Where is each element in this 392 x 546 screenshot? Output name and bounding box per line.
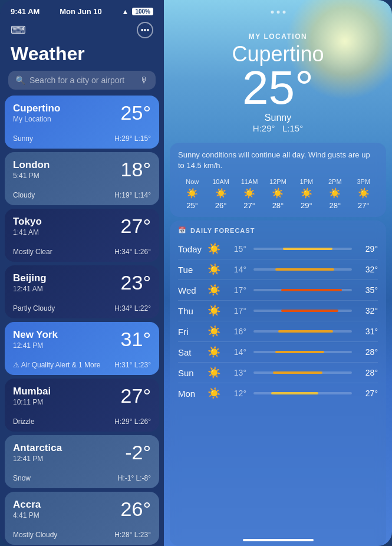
hour-item-12pm: 12PM ☀️ 28° (263, 178, 292, 210)
hour-item-2pm: 2PM ☀️ 28° (321, 178, 349, 210)
city-hl: H:29° L:15° (114, 134, 151, 143)
search-bar[interactable]: 🔍 🎙 (8, 71, 156, 90)
city-card-bottom: Mostly Clear H:34° L:26° (13, 248, 151, 256)
day-bar-wrap (253, 310, 352, 312)
daily-row-tue: Tue ☀️ 14° 32° (178, 259, 378, 280)
left-panel: 9:41 AM Mon Jun 10 ▲ 100% ⌨ ••• Weather … (0, 0, 164, 546)
daily-row-wed: Wed ☀️ 17° 35° (178, 280, 378, 301)
city-condition: ⚠ Air Quality Alert & 1 More (13, 361, 100, 369)
city-name: New York (13, 329, 58, 341)
daily-row-today: Today ☀️ 15° 29° (178, 239, 378, 259)
city-hl: H:34° L:22° (114, 304, 151, 313)
hourly-row: Now ☀️ 25° 10AM ☀️ 26° 11AM ☀️ 27° 12PM … (178, 178, 378, 210)
city-card-beijing[interactable]: Beijing 12:41 AM 23° Partly Cloudy H:34°… (5, 265, 159, 318)
day-icon: ☀️ (207, 242, 220, 255)
city-card-top: Beijing 12:41 AM 23° (13, 272, 151, 293)
hour-label: 3PM (357, 178, 370, 185)
city-condition: Snow (13, 474, 31, 482)
location-label: MY LOCATION (164, 32, 392, 41)
day-name: Sun (178, 368, 203, 378)
hour-temp: 29° (301, 201, 312, 210)
city-condition: Drizzle (13, 417, 35, 426)
city-temp: 23° (121, 272, 151, 292)
wifi-icon: ▲ (122, 8, 129, 16)
hour-label: 10AM (212, 178, 229, 185)
day-high: 31° (359, 327, 378, 336)
day-bar (283, 248, 332, 250)
day-name: Today (178, 244, 203, 254)
day-bar-wrap (253, 392, 352, 394)
city-condition: Mostly Cloudy (13, 531, 57, 539)
day-low: 12° (225, 389, 246, 398)
day-name: Wed (178, 285, 203, 295)
city-name: Accra (13, 499, 41, 511)
day-low: 17° (225, 285, 246, 295)
city-name: Tokyo (13, 216, 42, 228)
daily-row-mon: Mon ☀️ 12° 27° (178, 383, 378, 403)
hour-item-1pm: 1PM ☀️ 29° (292, 178, 321, 210)
city-name: Mumbai (13, 386, 51, 397)
day-bar (281, 310, 338, 312)
city-time: 12:41 AM (13, 285, 47, 293)
city-card-cupertino[interactable]: Cupertino My Location 25° Sunny H:29° L:… (5, 96, 159, 149)
day-high: 35° (359, 285, 378, 295)
city-card-bottom: Sunny H:29° L:15° (13, 134, 151, 143)
day-bar-wrap (253, 268, 352, 271)
search-icon: 🔍 (15, 75, 25, 85)
home-indicator (243, 539, 314, 541)
day-high: 28° (359, 347, 378, 357)
city-card-top: Tokyo 1:41 AM 27° (13, 216, 151, 236)
daily-row-sat: Sat ☀️ 14° 28° (178, 342, 378, 363)
hour-temp: 26° (215, 201, 227, 210)
top-dots (271, 11, 285, 14)
hour-temp: 27° (358, 201, 370, 210)
day-icon: ☀️ (207, 387, 220, 400)
day-high: 32° (359, 265, 378, 274)
main-temperature: 25° (164, 64, 392, 111)
hour-icon: ☀️ (358, 188, 370, 199)
main-high: H:29° (253, 123, 275, 133)
day-low: 14° (225, 347, 246, 357)
right-panel: MY LOCATION Cupertino 25° Sunny H:29° L:… (164, 0, 392, 546)
hour-temp: 25° (186, 201, 198, 210)
hour-item-11am: 11AM ☀️ 27° (235, 178, 263, 210)
app-title: Weather (0, 43, 164, 71)
day-name: Tue (178, 265, 203, 275)
day-bar-wrap (253, 330, 352, 333)
sidebar-toggle-icon[interactable]: ⌨ (11, 24, 26, 37)
day-name: Sat (178, 347, 203, 357)
city-card-top: New York 12:41 PM 31° (13, 329, 151, 350)
day-high: 32° (359, 306, 378, 315)
day-icon: ☀️ (207, 366, 220, 379)
day-name: Fri (178, 327, 203, 337)
day-bar-wrap (253, 248, 352, 250)
city-temp: 18° (121, 159, 151, 179)
search-input[interactable] (29, 75, 136, 85)
city-card-tokyo[interactable]: Tokyo 1:41 AM 27° Mostly Clear H:34° L:2… (5, 209, 159, 262)
city-temp: -2° (125, 442, 151, 462)
city-time: 12:41 PM (13, 455, 62, 463)
day-bar (275, 351, 325, 353)
hour-item-10am: 10AM ☀️ 26° (206, 178, 235, 210)
hour-temp: 27° (243, 201, 255, 210)
city-card-newyork[interactable]: New York 12:41 PM 31° ⚠ Air Quality Aler… (5, 322, 159, 375)
city-card-top: Antarctica 12:41 PM -2° (13, 442, 151, 463)
hour-label: 12PM (269, 178, 286, 185)
city-card-antarctica[interactable]: Antarctica 12:41 PM -2° Snow H:-1° L:-8° (5, 435, 159, 488)
city-card-top: London 5:41 PM 18° (13, 159, 151, 180)
city-card-london[interactable]: London 5:41 PM 18° Cloudy H:19° L:14° (5, 152, 159, 205)
city-hl: H:31° L:23° (114, 361, 151, 369)
mic-icon[interactable]: 🎙 (140, 75, 149, 85)
city-time: 12:41 PM (13, 341, 58, 350)
city-card-top: Accra 4:41 PM 26° (13, 499, 151, 519)
hour-icon: ☀️ (272, 188, 284, 199)
more-button[interactable]: ••• (137, 22, 153, 38)
day-high: 27° (359, 389, 378, 398)
hour-icon: ☀️ (243, 188, 255, 199)
day-icon: ☀️ (207, 284, 220, 297)
day-low: 17° (225, 306, 246, 315)
city-time: 4:41 PM (13, 511, 41, 519)
city-card-mumbai[interactable]: Mumbai 10:11 PM 27° Drizzle H:29° L:26° (5, 379, 159, 432)
city-card-accra[interactable]: Accra 4:41 PM 26° Mostly Cloudy H:28° L:… (5, 492, 159, 545)
city-card-bottom: Cloudy H:19° L:14° (13, 191, 151, 199)
